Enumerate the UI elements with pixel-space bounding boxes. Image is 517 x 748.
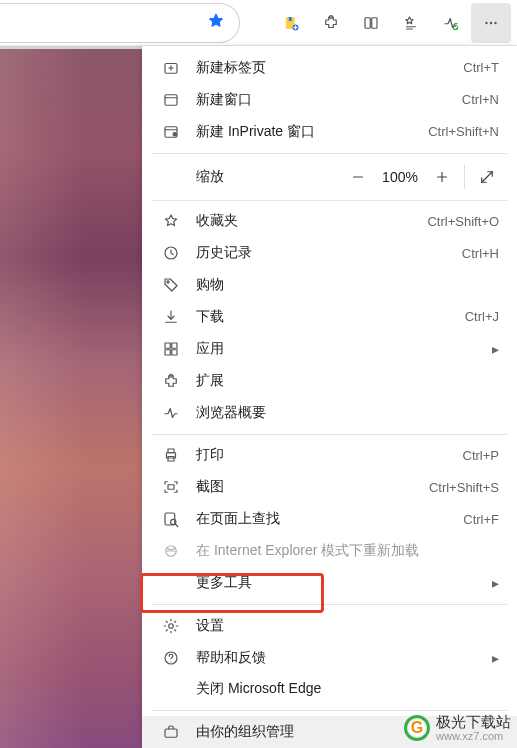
watermark-brand: 极光下载站 bbox=[436, 713, 511, 730]
extensions-icon[interactable] bbox=[311, 3, 351, 43]
gear-icon bbox=[160, 617, 182, 635]
svg-rect-25 bbox=[165, 350, 170, 355]
menu-shortcut: Ctrl+P bbox=[463, 448, 499, 463]
history-icon bbox=[160, 244, 182, 262]
address-bar-segment[interactable] bbox=[0, 3, 240, 43]
menu-shortcut: Ctrl+T bbox=[463, 60, 499, 75]
menu-find[interactable]: 在页面上查找 Ctrl+F bbox=[142, 503, 517, 535]
menu-print[interactable]: 打印 Ctrl+P bbox=[142, 439, 517, 471]
printer-icon bbox=[160, 446, 182, 464]
menu-ie-reload: 在 Internet Explorer 模式下重新加载 bbox=[142, 535, 517, 567]
menu-help[interactable]: 帮助和反馈 ▸ bbox=[142, 642, 517, 674]
chevron-right-icon: ▸ bbox=[492, 575, 499, 591]
svg-rect-4 bbox=[372, 17, 377, 28]
more-menu-icon[interactable] bbox=[471, 3, 511, 43]
svg-point-21 bbox=[167, 281, 169, 283]
find-icon bbox=[160, 510, 182, 528]
watermark-logo-icon: G bbox=[404, 715, 430, 741]
collections-icon[interactable] bbox=[271, 3, 311, 43]
svg-rect-39 bbox=[165, 729, 177, 737]
menu-label: 新建标签页 bbox=[196, 59, 463, 77]
puzzle-icon bbox=[160, 372, 182, 390]
svg-point-10 bbox=[494, 21, 496, 23]
menu-new-window[interactable]: 新建窗口 Ctrl+N bbox=[142, 84, 517, 116]
performance-icon[interactable] bbox=[431, 3, 471, 43]
menu-new-tab[interactable]: 新建标签页 Ctrl+T bbox=[142, 52, 517, 84]
menu-settings[interactable]: 设置 bbox=[142, 610, 517, 642]
svg-point-36 bbox=[169, 623, 174, 628]
menu-shortcut: Ctrl+H bbox=[462, 246, 499, 261]
chevron-right-icon: ▸ bbox=[492, 341, 499, 357]
svg-rect-12 bbox=[165, 95, 177, 106]
menu-separator bbox=[152, 710, 507, 711]
menu-label: 截图 bbox=[196, 478, 429, 496]
menu-label: 在页面上查找 bbox=[196, 510, 463, 528]
new-window-icon bbox=[160, 91, 182, 109]
menu-label: 打印 bbox=[196, 446, 463, 464]
menu-label: 更多工具 bbox=[196, 574, 486, 592]
svg-rect-29 bbox=[168, 449, 174, 453]
menu-shortcut: Ctrl+N bbox=[462, 92, 499, 107]
zoom-value: 100% bbox=[376, 169, 424, 185]
menu-shopping[interactable]: 购物 bbox=[142, 269, 517, 301]
menu-label: 关闭 Microsoft Edge bbox=[196, 680, 499, 698]
menu-favorites[interactable]: 收藏夹 Ctrl+Shift+O bbox=[142, 205, 517, 237]
svg-point-8 bbox=[485, 21, 487, 23]
split-screen-icon[interactable] bbox=[351, 3, 391, 43]
screenshot-icon bbox=[160, 478, 182, 496]
menu-label: 设置 bbox=[196, 617, 499, 635]
menu-screenshot[interactable]: 截图 Ctrl+Shift+S bbox=[142, 471, 517, 503]
browser-toolbar bbox=[0, 0, 517, 46]
menu-separator bbox=[152, 200, 507, 201]
watermark: G 极光下载站 www.xz7.com bbox=[404, 713, 511, 742]
menu-extensions[interactable]: 扩展 bbox=[142, 365, 517, 397]
menu-separator bbox=[152, 153, 507, 154]
menu-new-inprivate[interactable]: 新建 InPrivate 窗口 Ctrl+Shift+N bbox=[142, 116, 517, 148]
menu-shortcut: Ctrl+Shift+S bbox=[429, 480, 499, 495]
menu-history[interactable]: 历史记录 Ctrl+H bbox=[142, 237, 517, 269]
menu-label: 浏览器概要 bbox=[196, 404, 499, 422]
star-icon bbox=[160, 212, 182, 230]
menu-shortcut: Ctrl+Shift+N bbox=[428, 124, 499, 139]
svg-rect-24 bbox=[172, 343, 177, 348]
zoom-in-button[interactable] bbox=[424, 159, 460, 195]
pulse-icon bbox=[160, 404, 182, 422]
menu-label: 购物 bbox=[196, 276, 499, 294]
menu-separator bbox=[152, 434, 507, 435]
menu-label: 收藏夹 bbox=[196, 212, 427, 230]
menu-more-tools[interactable]: 更多工具 ▸ bbox=[142, 567, 517, 599]
svg-point-9 bbox=[490, 21, 492, 23]
zoom-out-button[interactable] bbox=[340, 159, 376, 195]
svg-point-38 bbox=[170, 661, 171, 662]
menu-apps[interactable]: 应用 ▸ bbox=[142, 333, 517, 365]
svg-rect-26 bbox=[172, 350, 177, 355]
new-tab-icon bbox=[160, 59, 182, 77]
inprivate-icon bbox=[160, 123, 182, 141]
svg-rect-23 bbox=[165, 343, 170, 348]
menu-label: 下载 bbox=[196, 308, 465, 326]
favorite-star-icon[interactable] bbox=[207, 12, 225, 33]
svg-rect-31 bbox=[168, 485, 174, 490]
favorites-list-icon[interactable] bbox=[391, 3, 431, 43]
menu-close-edge[interactable]: 关闭 Microsoft Edge bbox=[142, 674, 517, 706]
zoom-divider bbox=[464, 165, 465, 189]
download-icon bbox=[160, 308, 182, 326]
svg-rect-3 bbox=[365, 17, 370, 28]
menu-label: 帮助和反馈 bbox=[196, 649, 486, 667]
menu-downloads[interactable]: 下载 Ctrl+J bbox=[142, 301, 517, 333]
menu-label: 应用 bbox=[196, 340, 486, 358]
chevron-right-icon: ▸ bbox=[492, 650, 499, 666]
menu-shortcut: Ctrl+J bbox=[465, 309, 499, 324]
menu-browser-essentials[interactable]: 浏览器概要 bbox=[142, 397, 517, 429]
help-icon bbox=[160, 649, 182, 667]
settings-and-more-menu: 新建标签页 Ctrl+T 新建窗口 Ctrl+N 新建 InPrivate 窗口… bbox=[142, 46, 517, 748]
menu-shortcut: Ctrl+F bbox=[463, 512, 499, 527]
apps-icon bbox=[160, 340, 182, 358]
menu-separator bbox=[152, 604, 507, 605]
zoom-label: 缩放 bbox=[196, 168, 340, 186]
menu-label: 扩展 bbox=[196, 372, 499, 390]
page-background bbox=[0, 46, 142, 748]
menu-label: 历史记录 bbox=[196, 244, 462, 262]
menu-zoom: 缩放 100% bbox=[142, 159, 517, 195]
fullscreen-button[interactable] bbox=[469, 159, 505, 195]
